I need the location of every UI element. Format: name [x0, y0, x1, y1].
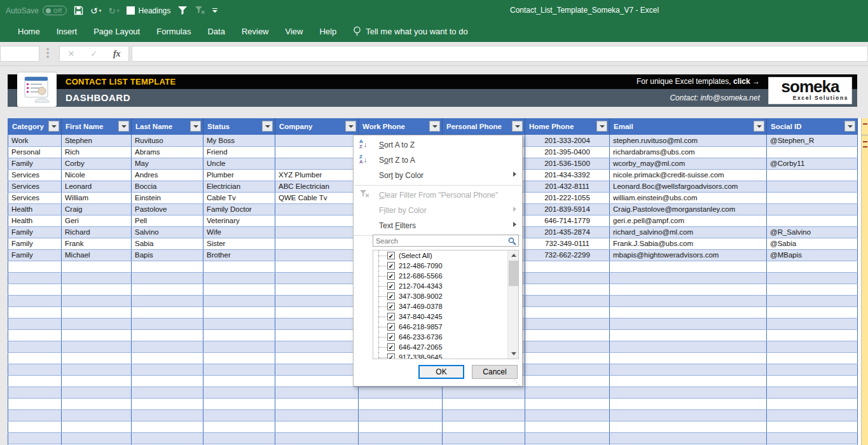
- table-cell[interactable]: Michael: [62, 249, 132, 261]
- column-header-email[interactable]: Email: [610, 118, 767, 135]
- table-cell[interactable]: [767, 421, 858, 432]
- table-cell[interactable]: [610, 375, 767, 387]
- table-cell[interactable]: May: [132, 158, 203, 169]
- table-cell[interactable]: [62, 306, 132, 318]
- table-cell[interactable]: [275, 238, 359, 249]
- filter-button[interactable]: [177, 6, 188, 15]
- name-box[interactable]: [0, 46, 39, 62]
- table-cell[interactable]: [275, 146, 359, 158]
- filter-value-item[interactable]: ✓347-840-4245: [373, 312, 507, 322]
- table-cell[interactable]: [767, 318, 858, 329]
- table-cell[interactable]: Abrams: [132, 146, 203, 158]
- filter-dropdown-button-6[interactable]: [429, 121, 440, 132]
- table-cell[interactable]: [767, 432, 858, 444]
- table-cell[interactable]: [525, 421, 610, 432]
- formula-input[interactable]: [132, 46, 868, 62]
- table-cell[interactable]: [610, 272, 767, 284]
- filter-value-item[interactable]: ✓646-233-6736: [373, 332, 507, 342]
- table-cell[interactable]: Boccia: [132, 181, 203, 192]
- tab-home[interactable]: Home: [10, 21, 48, 42]
- table-cell[interactable]: [132, 421, 203, 432]
- table-cell[interactable]: [8, 261, 62, 272]
- table-cell[interactable]: [443, 432, 525, 444]
- table-cell[interactable]: Craig.Pastolove@morganstanley.com: [610, 203, 767, 215]
- table-cell[interactable]: Family Doctor: [203, 203, 275, 215]
- confirm-entry-icon[interactable]: ✓: [90, 49, 97, 58]
- tab-help[interactable]: Help: [311, 21, 345, 42]
- filter-value-item[interactable]: ✓347-308-9002: [373, 291, 507, 301]
- table-cell[interactable]: [610, 306, 767, 318]
- table-cell[interactable]: 646-714-1779: [525, 215, 610, 226]
- redo-dropdown-icon[interactable]: ▾: [117, 8, 120, 13]
- table-cell[interactable]: Pastolove: [132, 203, 203, 215]
- table-cell[interactable]: [132, 352, 203, 364]
- table-cell[interactable]: [610, 295, 767, 306]
- table-cell[interactable]: [275, 272, 359, 284]
- table-cell[interactable]: Plumber: [203, 169, 275, 181]
- table-cell[interactable]: [525, 272, 610, 284]
- table-cell[interactable]: My Boss: [203, 135, 275, 146]
- column-header-last-name[interactable]: Last Name: [132, 118, 203, 135]
- table-cell[interactable]: [8, 352, 62, 364]
- table-cell[interactable]: [62, 318, 132, 329]
- table-cell[interactable]: Health: [8, 215, 62, 226]
- filter-dropdown-button-5[interactable]: [345, 121, 356, 132]
- table-cell[interactable]: [275, 387, 359, 398]
- column-header-status[interactable]: Status: [203, 118, 275, 135]
- cancel-button[interactable]: Cancel: [472, 365, 518, 379]
- table-cell[interactable]: [132, 432, 203, 444]
- table-cell[interactable]: [275, 341, 359, 352]
- table-cell[interactable]: stephen.ruvituso@ml.com: [610, 135, 767, 146]
- table-cell[interactable]: [203, 421, 275, 432]
- table-cell[interactable]: [203, 409, 275, 421]
- table-cell[interactable]: [203, 306, 275, 318]
- table-cell[interactable]: [275, 203, 359, 215]
- table-cell[interactable]: [610, 261, 767, 272]
- checkbox-checked-icon[interactable]: ✓: [387, 343, 395, 351]
- filter-value-item[interactable]: ✓212-486-7090: [373, 261, 507, 271]
- table-cell[interactable]: [767, 295, 858, 306]
- table-cell[interactable]: Wife: [203, 226, 275, 238]
- table-cell[interactable]: Family: [8, 238, 62, 249]
- table-cell[interactable]: [8, 329, 62, 341]
- table-cell[interactable]: [610, 318, 767, 329]
- filter-value-item[interactable]: ✓646-218-9857: [373, 322, 507, 332]
- redo-button[interactable]: ↻▾: [108, 6, 119, 15]
- table-cell[interactable]: william.einstein@ubs.com: [610, 192, 767, 203]
- table-cell[interactable]: [767, 329, 858, 341]
- filter-value-item[interactable]: ✓917-338-9645: [373, 352, 507, 359]
- table-cell[interactable]: [443, 387, 525, 398]
- table-cell[interactable]: [8, 375, 62, 387]
- table-cell[interactable]: @Stephen_R: [767, 135, 858, 146]
- table-cell[interactable]: [767, 364, 858, 375]
- table-cell[interactable]: [62, 352, 132, 364]
- table-cell[interactable]: [359, 421, 443, 432]
- table-cell[interactable]: [8, 341, 62, 352]
- table-cell[interactable]: [8, 409, 62, 421]
- table-cell[interactable]: [132, 306, 203, 318]
- save-button[interactable]: [74, 6, 83, 15]
- table-cell[interactable]: [525, 261, 610, 272]
- table-cell[interactable]: [203, 432, 275, 444]
- table-cell[interactable]: [132, 272, 203, 284]
- table-cell[interactable]: 201-222-1055: [525, 192, 610, 203]
- table-cell[interactable]: [610, 398, 767, 409]
- search-icon[interactable]: [508, 237, 516, 247]
- table-cell[interactable]: [203, 352, 275, 364]
- table-cell[interactable]: @R_Salvino: [767, 226, 858, 238]
- menu-item-text-filters[interactable]: Text Filters: [354, 218, 522, 233]
- table-cell[interactable]: 201-432-8111: [525, 181, 610, 192]
- clear-filter-button[interactable]: [195, 6, 205, 15]
- table-cell[interactable]: [132, 387, 203, 398]
- table-cell[interactable]: [610, 421, 767, 432]
- table-cell[interactable]: [62, 375, 132, 387]
- filter-value-item[interactable]: ✓212-704-4343: [373, 281, 507, 291]
- table-cell[interactable]: Richard: [62, 226, 132, 238]
- table-cell[interactable]: [610, 432, 767, 444]
- filter-list-scrollbar[interactable]: [507, 250, 518, 359]
- table-cell[interactable]: 201-536-1500: [525, 158, 610, 169]
- table-cell[interactable]: [767, 375, 858, 387]
- table-cell[interactable]: [610, 341, 767, 352]
- scrollbar-thumb[interactable]: [509, 261, 518, 286]
- table-cell[interactable]: Family: [8, 158, 62, 169]
